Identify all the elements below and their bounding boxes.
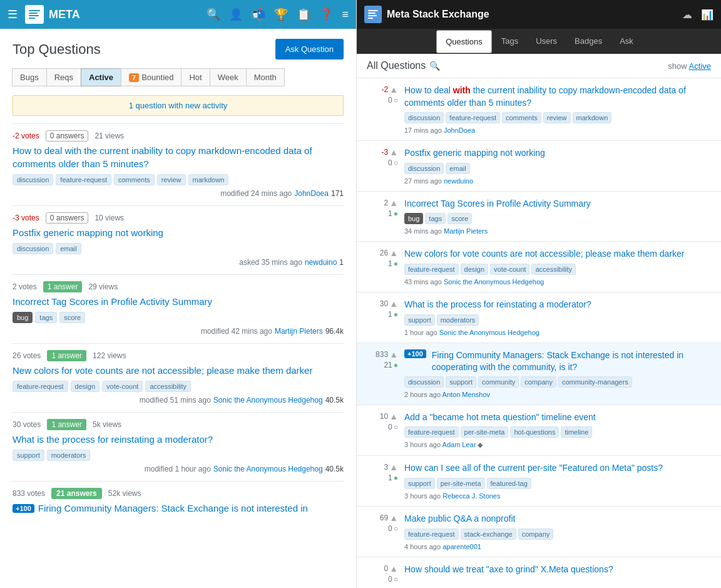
question-link[interactable]: Firing Community Managers: Stack Exchang… — [38, 502, 308, 515]
tag[interactable]: feature-request — [404, 426, 459, 438]
tag[interactable]: design — [71, 381, 100, 392]
user-link[interactable]: JohnDoea — [294, 189, 329, 198]
question-link[interactable]: Add a "became hot meta question" timelin… — [404, 411, 711, 424]
question-link[interactable]: What is the process for reinstating a mo… — [13, 433, 344, 446]
user-link[interactable]: Adam Lear — [442, 441, 476, 448]
tag[interactable]: support — [404, 478, 435, 489]
user-link[interactable]: Sonic the Anonymous Hedgehog — [444, 278, 544, 286]
question-link[interactable]: How can I see all of the current per-sit… — [404, 462, 711, 475]
help-icon[interactable]: ❓ — [319, 8, 333, 21]
tag[interactable]: discussion — [404, 112, 444, 123]
tag[interactable]: discussion — [404, 376, 444, 388]
tag[interactable]: review — [543, 112, 571, 123]
site-logo[interactable]: META — [25, 5, 80, 24]
review-icon[interactable]: 📋 — [297, 8, 310, 21]
tag[interactable]: feature-request — [446, 112, 500, 123]
cloud-icon[interactable]: ☁ — [682, 9, 692, 21]
tag[interactable]: accessibility — [531, 264, 576, 275]
tab-hot[interactable]: Hot — [181, 68, 210, 86]
user-link[interactable]: Sonic the Anonymous Hedgehog — [439, 329, 539, 336]
tag[interactable]: accessibility — [145, 381, 191, 392]
avatar-icon[interactable]: 👤 — [229, 8, 243, 21]
question-link[interactable]: How to deal with the current inability t… — [13, 144, 344, 170]
tag[interactable]: moderators — [47, 450, 91, 461]
tag[interactable]: score — [59, 312, 85, 323]
tag[interactable]: feature-request — [56, 174, 111, 185]
tag[interactable]: bug — [13, 312, 33, 323]
tab-bountied[interactable]: 7 Bountied — [121, 68, 182, 86]
tag[interactable]: moderators — [437, 314, 479, 326]
tag[interactable]: vote-count — [490, 264, 529, 275]
tag[interactable]: review — [157, 174, 186, 185]
user-link[interactable]: Martijn Pieters — [275, 327, 323, 336]
tag[interactable]: feature-request — [13, 381, 68, 392]
user-link[interactable]: Sonic the Anonymous Hedgehog — [213, 396, 323, 405]
tab-reqs[interactable]: Reqs — [46, 68, 81, 86]
show-active-link[interactable]: Active — [689, 61, 711, 71]
tag[interactable]: per-site-meta — [461, 426, 509, 438]
new-activity-link[interactable]: 1 question with new activity — [129, 101, 228, 110]
tag[interactable]: discussion — [13, 174, 53, 185]
menu-icon[interactable]: ☰ — [8, 8, 18, 21]
question-link[interactable]: New colors for vote counts are not acces… — [404, 248, 711, 260]
ask-question-button[interactable]: Ask Question — [275, 39, 344, 59]
tab-users[interactable]: Users — [527, 30, 566, 53]
tag[interactable]: company — [518, 529, 554, 540]
question-link[interactable]: Incorrect Tag Scores in Profile Activity… — [404, 198, 711, 210]
question-link[interactable]: Postfix generic mapping not working — [13, 226, 344, 239]
user-link[interactable]: JohnDoea — [444, 126, 475, 134]
tag[interactable]: hot-questions — [510, 426, 559, 438]
tab-active[interactable]: Active — [81, 68, 121, 86]
tag[interactable]: tags — [35, 312, 57, 323]
tag[interactable]: discussion — [13, 243, 53, 254]
tag[interactable]: email — [56, 243, 81, 254]
user-link[interactable]: aparente001 — [442, 543, 481, 550]
tag[interactable]: feature-request — [404, 264, 459, 275]
tag[interactable]: support — [13, 450, 44, 461]
tag[interactable]: support — [446, 376, 476, 388]
tag[interactable]: markdown — [188, 174, 229, 185]
tab-bugs[interactable]: Bugs — [12, 68, 47, 86]
tab-badges[interactable]: Badges — [566, 30, 611, 53]
tag[interactable]: support — [404, 314, 435, 326]
tab-questions[interactable]: Questions — [436, 30, 492, 53]
inbox-icon[interactable]: 📬 — [252, 8, 265, 21]
question-link[interactable]: How to deal with the current inability t… — [404, 85, 711, 109]
tag[interactable]: score — [447, 213, 472, 224]
tag[interactable]: timeline — [561, 426, 592, 438]
tag[interactable]: bug — [404, 213, 423, 224]
tag[interactable]: design — [461, 264, 488, 275]
chart-icon[interactable]: 📊 — [701, 9, 713, 21]
tag[interactable]: comments — [114, 174, 155, 185]
search-icon[interactable]: 🔍 — [207, 8, 220, 21]
user-link[interactable]: Anton Menshov — [442, 391, 490, 398]
more-icon[interactable]: ≡ — [342, 8, 349, 21]
tab-month[interactable]: Month — [246, 68, 285, 86]
user-link[interactable]: newduino — [444, 177, 473, 185]
user-link[interactable]: Martijn Pieters — [444, 227, 488, 235]
user-link[interactable]: newduino — [305, 258, 337, 267]
right-logo[interactable]: Meta Stack Exchange — [364, 6, 489, 23]
tab-tags[interactable]: Tags — [493, 30, 527, 53]
search-icon[interactable]: 🔍 — [429, 61, 440, 71]
question-link[interactable]: Postfix generic mapping not working — [404, 147, 711, 160]
user-link[interactable]: Sonic the Anonymous Hedgehog — [213, 465, 323, 473]
question-link[interactable]: Make public Q&A a nonprofit — [404, 513, 711, 525]
achievements-icon[interactable]: 🏆 — [274, 8, 288, 21]
new-activity-bar[interactable]: 1 question with new activity — [13, 95, 344, 116]
tab-week[interactable]: Week — [210, 68, 247, 86]
user-link[interactable]: Rebecca J. Stones — [442, 492, 500, 500]
tag[interactable]: discussion — [404, 163, 444, 174]
tag[interactable]: markdown — [573, 112, 612, 123]
tag[interactable]: stack-exchange — [461, 529, 516, 540]
tag[interactable]: community — [478, 376, 519, 388]
tag[interactable]: per-site-meta — [437, 478, 485, 489]
question-link[interactable]: Firing Community Managers: Stack Exchang… — [432, 349, 711, 374]
question-link[interactable]: New colors for vote counts are not acces… — [13, 364, 344, 377]
question-link[interactable]: What is the process for reinstating a mo… — [404, 299, 711, 311]
tab-ask[interactable]: Ask — [611, 30, 642, 53]
tag[interactable]: company — [521, 376, 556, 388]
question-link[interactable]: Incorrect Tag Scores in Profile Activity… — [13, 295, 344, 308]
tag[interactable]: feature-request — [404, 529, 459, 540]
tag[interactable]: featured-tag — [487, 478, 531, 489]
